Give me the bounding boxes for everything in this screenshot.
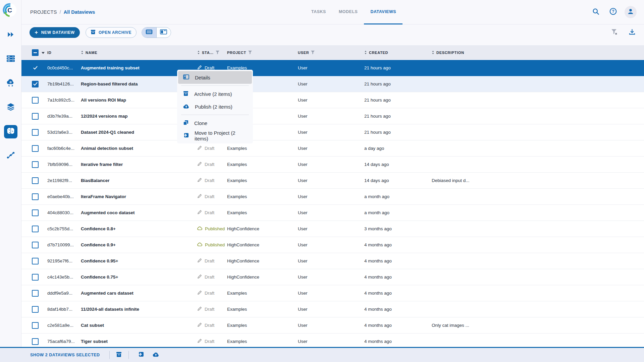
footer-move-button[interactable]: [134, 352, 148, 358]
sidebar-item-workers[interactable]: [4, 77, 17, 90]
row-checkbox[interactable]: [32, 258, 39, 264]
show-selected-link[interactable]: SHOW 2 DATAVIEWS SELECTED: [30, 353, 100, 357]
table-row[interactable]: fac60b6c4e... Animal detection subset Dr…: [21, 140, 644, 157]
row-created: 21 hours ago: [364, 130, 432, 135]
footer-publish-button[interactable]: [149, 352, 163, 358]
context-menu-item-publish[interactable]: Publish (2 items): [177, 100, 253, 113]
search-icon: [592, 8, 599, 16]
download-button[interactable]: [629, 29, 635, 36]
breadcrumb-projects[interactable]: PROJECTS: [30, 9, 57, 15]
sidebar-item-hyperdatasets[interactable]: [4, 125, 17, 138]
row-status-label: Draft: [205, 275, 214, 280]
column-header-user[interactable]: USER: [298, 51, 364, 55]
breadcrumb-current[interactable]: All Dataviews: [64, 9, 95, 15]
table-row[interactable]: 2e11982f9... BiasBalancer Draft Examples…: [21, 173, 644, 189]
row-checkbox[interactable]: [32, 113, 39, 120]
row-checkbox[interactable]: [32, 193, 39, 200]
column-header-created[interactable]: CREATED: [364, 51, 432, 55]
row-checkbox[interactable]: [32, 322, 39, 329]
table-row[interactable]: 7a1fc892c5... All versions ROI Map User …: [21, 92, 644, 108]
row-id: 53d1fa6e3...: [47, 130, 81, 135]
row-checkbox[interactable]: [32, 209, 39, 216]
row-checkbox[interactable]: [32, 290, 39, 297]
pipelines-icon: [7, 152, 15, 160]
row-status: Draft: [197, 178, 227, 183]
table-row[interactable]: 75acaf6a79... Tiger subset Draft Example…: [21, 334, 644, 347]
column-header-description[interactable]: DESCRIPTION: [432, 51, 644, 55]
table-row[interactable]: e0aebe40b... IteraFrame Navigator Draft …: [21, 189, 644, 205]
row-checkbox[interactable]: [32, 129, 39, 136]
row-status: Draft: [197, 306, 227, 312]
row-checkbox[interactable]: [32, 242, 39, 248]
context-menu-item-archive[interactable]: Archive (2 items): [177, 87, 253, 100]
row-checkbox[interactable]: [32, 81, 39, 87]
row-name: Confidence 0.9+: [81, 242, 197, 247]
row-checkbox[interactable]: [32, 161, 39, 168]
table-row[interactable]: 8daf14bb7... 11/2024-all datasets infini…: [21, 301, 644, 317]
table-row[interactable]: d7b710099... Confidence 0.9+ Published H…: [21, 237, 644, 253]
row-checkbox[interactable]: [32, 97, 39, 104]
context-menu-item-details[interactable]: Details: [178, 71, 252, 84]
row-context-menu: Details Archive (2 items) Publish (2 ite…: [177, 70, 253, 143]
table-row[interactable]: 92195e7f6... Confidence 0.95+ Draft High…: [21, 253, 644, 269]
column-header-project[interactable]: PROJECT: [227, 51, 298, 55]
row-user: User: [298, 130, 364, 135]
table-row[interactable]: dddf9e5a9... Augmented cars dataset Draf…: [21, 285, 644, 301]
select-all-checkbox[interactable]: [32, 49, 39, 56]
select-menu-caret-icon[interactable]: [42, 51, 45, 55]
view-toggle: [142, 27, 171, 38]
row-name: Confidence 0.8+: [81, 226, 197, 231]
context-menu-item-move[interactable]: Move to Project (2 items): [177, 129, 253, 142]
archive-icon: [183, 91, 189, 97]
column-header-status[interactable]: STA...: [197, 51, 227, 55]
clear-filters-button[interactable]: [611, 29, 618, 37]
row-checkbox[interactable]: [32, 226, 39, 232]
table-row[interactable]: 7b19b4126... Region-based filtered data …: [21, 76, 644, 92]
clearml-logo[interactable]: C: [2, 3, 17, 17]
new-dataview-button[interactable]: + NEW DATAVIEW: [30, 27, 80, 38]
row-checkbox[interactable]: [32, 145, 39, 152]
app-root: C: [0, 0, 644, 362]
context-menu-item-clone[interactable]: Clone: [177, 117, 253, 129]
search-button[interactable]: [590, 6, 602, 18]
sidebar-item-expand[interactable]: [4, 28, 17, 42]
row-checkbox[interactable]: [32, 338, 39, 345]
row-checkbox[interactable]: [32, 65, 39, 71]
row-checkbox[interactable]: [32, 306, 39, 313]
table-row[interactable]: c4c143e5b... Confidence 0.75+ Draft High…: [21, 269, 644, 285]
row-user: User: [298, 178, 364, 183]
filter-icon[interactable]: [311, 51, 315, 55]
table-row[interactable]: c5c2b755d... Confidence 0.8+ Published H…: [21, 221, 644, 237]
table-row[interactable]: c2e581a9e... Cat subset Draft Examples U…: [21, 317, 644, 334]
row-select-cell: [21, 145, 47, 152]
row-select-cell: [21, 226, 47, 232]
column-header-id[interactable]: ID: [47, 51, 81, 55]
archive-icon: [116, 352, 122, 359]
help-button[interactable]: ?: [607, 6, 619, 18]
row-select-cell: [21, 65, 47, 71]
sidebar-item-pipelines[interactable]: [4, 149, 17, 163]
table-row[interactable]: 404c88030... Augmented coco dataset Draf…: [21, 205, 644, 221]
tab-dataviews[interactable]: DATAVIEWS: [364, 0, 402, 24]
sidebar-item-datasets[interactable]: [4, 101, 17, 114]
publish-icon: [183, 104, 189, 110]
table-view-button[interactable]: [142, 27, 156, 38]
profile-button[interactable]: [625, 6, 637, 18]
tab-models[interactable]: MODELS: [332, 0, 364, 24]
open-archive-button[interactable]: OPEN ARCHIVE: [86, 27, 137, 38]
row-checkbox[interactable]: [32, 177, 39, 184]
tab-tasks[interactable]: TASKS: [305, 0, 332, 24]
table-row[interactable]: 0c0cd450c... Augmented training subset D…: [21, 60, 644, 76]
row-checkbox[interactable]: [32, 274, 39, 281]
footer-archive-button[interactable]: [112, 352, 126, 359]
sidebar-item-queues[interactable]: [4, 53, 17, 66]
filter-icon[interactable]: [248, 51, 252, 55]
table-row[interactable]: 7bfb59096... Iterative frame filter Draf…: [21, 157, 644, 173]
sort-icon: [197, 51, 200, 55]
table-row[interactable]: d3b7fe39a... 12/2024 versions map User 2…: [21, 108, 644, 124]
table-row[interactable]: 53d1fa6e3... Dataset 2024-Q1 cleaned Use…: [21, 124, 644, 140]
filter-icon[interactable]: [216, 51, 219, 55]
column-header-name[interactable]: NAME: [81, 51, 197, 55]
row-select-cell: [21, 161, 47, 168]
split-view-button[interactable]: [156, 27, 171, 38]
